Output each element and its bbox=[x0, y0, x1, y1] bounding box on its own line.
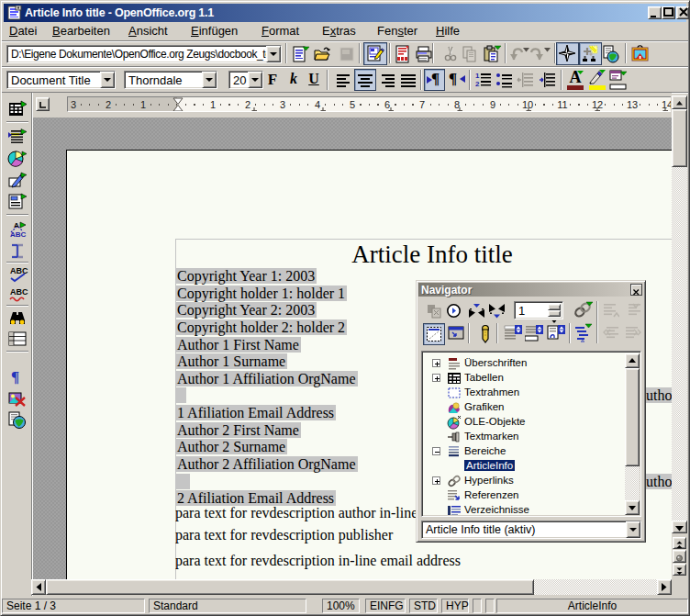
svg-text:1: 1 bbox=[475, 72, 480, 80]
svg-text:ABC: ABC bbox=[10, 230, 27, 238]
svg-text:ABC: ABC bbox=[10, 287, 28, 297]
svg-text:2: 2 bbox=[475, 80, 480, 88]
svg-text:A: A bbox=[14, 221, 19, 230]
svg-text:ABC: ABC bbox=[10, 266, 28, 275]
